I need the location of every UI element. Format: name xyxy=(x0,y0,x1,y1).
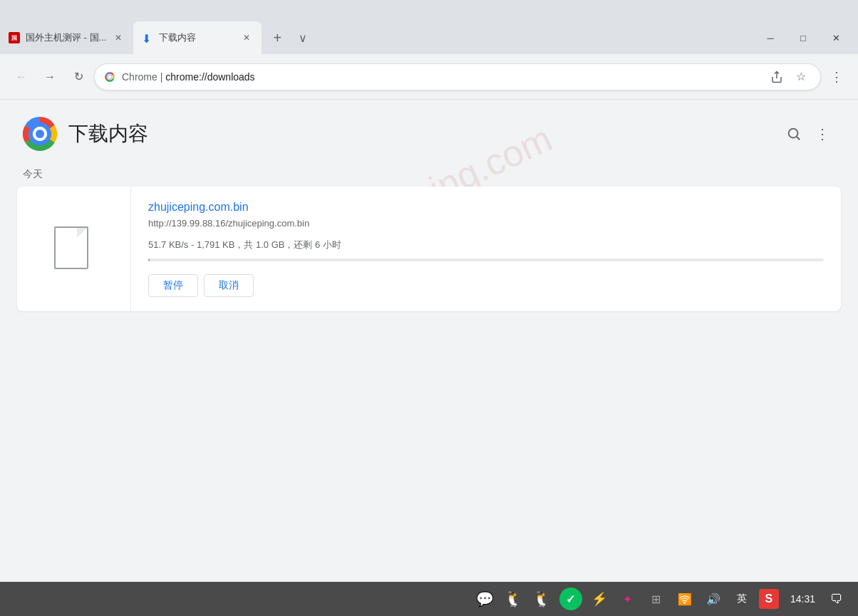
bookmark-button[interactable]: ☆ xyxy=(790,66,812,88)
search-downloads-button[interactable] xyxy=(781,121,807,147)
minimize-button[interactable]: ─ xyxy=(754,21,787,54)
cancel-download-button[interactable]: 取消 xyxy=(204,274,254,297)
tab2-favicon: ⬇ xyxy=(142,32,153,43)
taskbar-clock[interactable]: 14:31 xyxy=(785,593,821,605)
window-controls: ─ □ ✕ xyxy=(754,21,858,54)
taskbar-qq1-icon[interactable]: 🐧 xyxy=(502,588,525,610)
chrome-icon xyxy=(103,71,116,83)
downloads-more-button[interactable]: ⋮ xyxy=(810,121,835,147)
page-content: zhujiceping.com 下载内容 ⋮ 今天 xyxy=(0,100,858,582)
taskbar-bluetooth-icon[interactable]: ⚡ xyxy=(588,588,611,610)
address-scheme: Chrome | xyxy=(122,71,162,83)
share-button[interactable] xyxy=(766,66,787,88)
address-text: Chrome | chrome://downloads xyxy=(122,71,760,83)
file-icon xyxy=(54,226,94,272)
tab1-close-button[interactable]: ✕ xyxy=(112,31,125,44)
tab-1[interactable]: 国 国外主机测评 - 国... ✕ xyxy=(0,21,133,54)
nav-right: ⋮ xyxy=(824,64,849,90)
downloads-header: 下载内容 ⋮ xyxy=(0,100,858,162)
svg-point-6 xyxy=(36,130,44,138)
pause-download-button[interactable]: 暂停 xyxy=(148,274,198,297)
taskbar-screen-icon[interactable]: ⊞ xyxy=(645,588,668,610)
taskbar-qq2-icon[interactable]: 🐧 xyxy=(531,588,554,610)
forward-button[interactable]: → xyxy=(37,64,63,90)
taskbar-notification-button[interactable]: 🗨 xyxy=(827,589,847,609)
download-actions: 暂停 取消 xyxy=(148,274,824,297)
download-filename[interactable]: zhujiceping.com.bin xyxy=(148,201,824,214)
chrome-logo-icon xyxy=(23,117,57,151)
downloads-page-title: 下载内容 xyxy=(68,120,148,147)
tab-2[interactable]: ⬇ 下载内容 ✕ xyxy=(133,21,262,54)
download-progress-bar xyxy=(148,259,824,261)
taskbar-game-icon[interactable]: ✦ xyxy=(616,588,639,610)
taskbar-check-icon[interactable]: ✓ xyxy=(559,588,582,610)
new-tab-button[interactable]: + xyxy=(264,25,290,51)
download-file-icon-col xyxy=(17,187,131,311)
taskbar-sougou-icon[interactable]: S xyxy=(759,589,779,609)
svg-point-2 xyxy=(108,75,112,79)
file-icon-fold xyxy=(77,228,87,238)
reload-button[interactable]: ↻ xyxy=(66,64,91,90)
file-icon-body xyxy=(54,226,88,269)
taskbar-volume-icon[interactable]: 🔊 xyxy=(702,588,725,610)
section-today-label: 今天 xyxy=(0,162,858,187)
close-button[interactable]: ✕ xyxy=(820,21,852,54)
download-progress-fill xyxy=(148,259,150,261)
nav-bar: ← → ↻ Chrome | chrome://downloads ☆ xyxy=(0,54,858,100)
tab-chevron-button[interactable]: ∨ xyxy=(290,25,316,51)
maximize-button[interactable]: □ xyxy=(787,21,820,54)
tab2-title: 下载内容 xyxy=(159,31,234,44)
chrome-menu-button[interactable]: ⋮ xyxy=(824,64,849,90)
taskbar-wechat-icon[interactable]: 💬 xyxy=(474,588,497,610)
taskbar: 💬 🐧 🐧 ✓ ⚡ ✦ ⊞ 🛜 🔊 英 S 14:31 🗨 xyxy=(0,582,858,616)
download-progress-text: 51.7 KB/s - 1,791 KB，共 1.0 GB，还剩 6 小时 xyxy=(148,239,824,251)
tab-strip: 国 国外主机测评 - 国... ✕ ⬇ 下载内容 ✕ + ∨ xyxy=(0,0,316,54)
taskbar-lang-icon[interactable]: 英 xyxy=(730,588,753,610)
downloads-header-actions: ⋮ xyxy=(781,121,835,147)
back-button[interactable]: ← xyxy=(9,64,34,90)
download-url: http://139.99.88.16/zhujiceping.com.bin xyxy=(148,218,824,229)
tab2-close-button[interactable]: ✕ xyxy=(240,31,253,44)
svg-point-7 xyxy=(789,129,798,138)
taskbar-wifi-icon[interactable]: 🛜 xyxy=(673,588,696,610)
download-item: zhujiceping.com.bin http://139.99.88.16/… xyxy=(17,187,841,311)
address-host: chrome://downloads xyxy=(165,71,254,83)
tab1-title: 国外主机测评 - 国... xyxy=(26,31,106,44)
download-details: zhujiceping.com.bin http://139.99.88.16/… xyxy=(131,187,841,311)
tab1-favicon: 国 xyxy=(9,32,20,43)
address-actions: ☆ xyxy=(766,66,812,88)
title-bar: 国 国外主机测评 - 国... ✕ ⬇ 下载内容 ✕ + ∨ ─ □ ✕ xyxy=(0,0,858,54)
address-bar[interactable]: Chrome | chrome://downloads ☆ xyxy=(94,63,821,90)
